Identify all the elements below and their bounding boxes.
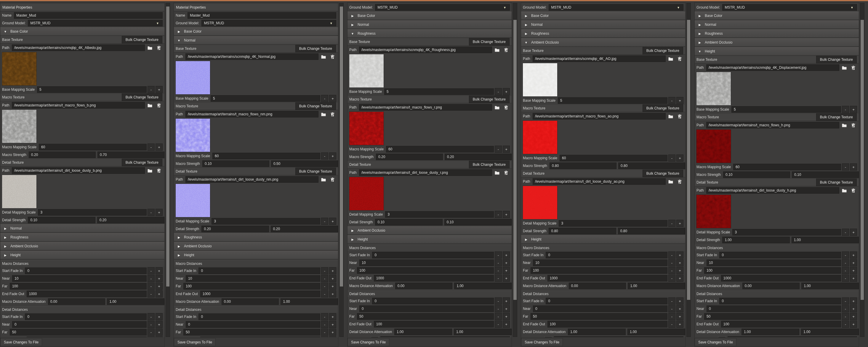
section-header-normal[interactable]: ▶Normal [695, 21, 859, 29]
value-input[interactable]: 10 [533, 260, 668, 266]
decrement-button[interactable]: - [842, 267, 849, 274]
vertical-scrollbar[interactable] [860, 3, 864, 337]
vertical-scrollbar[interactable] [686, 3, 691, 337]
value-input-min[interactable]: 0.80 [550, 163, 617, 169]
path-input[interactable]: /levels/mastermap/art/terrains/scnmqbp_4… [706, 64, 839, 71]
section-header-ambient-occlusio[interactable]: ▶Ambient Occlusio [174, 242, 338, 250]
increment-button[interactable]: + [850, 229, 857, 236]
value-input[interactable]: 5 [558, 97, 668, 104]
section-header-base-color[interactable]: ▶Base Color [347, 11, 512, 20]
increment-button[interactable]: + [676, 313, 683, 320]
name-input[interactable]: Master_Mud [188, 12, 336, 19]
path-input[interactable]: /levels/mastermap/art/terrains/scnmqbp_4… [533, 55, 666, 62]
section-header-base-color[interactable]: ▶Base Color [174, 27, 338, 36]
bulk-change-texture-button[interactable]: Bulk Change Texture [296, 102, 336, 110]
increment-button[interactable]: + [156, 275, 163, 282]
increment-button[interactable]: + [503, 267, 510, 274]
value-input-max[interactable]: 0.80 [618, 228, 685, 234]
increment-button[interactable]: + [676, 97, 683, 104]
decrement-button[interactable]: - [495, 211, 502, 218]
value-input[interactable]: 0 [719, 298, 841, 304]
decrement-button[interactable]: - [321, 267, 328, 274]
value-input[interactable]: 60 [39, 144, 147, 150]
path-input[interactable]: /levels/mastermap/art/terrains/t_macro_f… [12, 102, 145, 109]
path-input[interactable]: /levels/mastermap/art/terrains/t_dirt_lo… [359, 169, 492, 176]
value-input-min[interactable]: 0.20 [376, 154, 443, 160]
value-input[interactable]: 1000 [27, 291, 147, 297]
browse-button[interactable] [840, 122, 848, 128]
increment-button[interactable]: + [156, 144, 163, 151]
value-input[interactable]: 10 [186, 275, 320, 282]
bulk-change-texture-button[interactable]: Bulk Change Texture [643, 105, 683, 112]
decrement-button[interactable]: - [495, 313, 502, 320]
value-input[interactable]: 3 [385, 211, 494, 218]
value-input[interactable]: 0 [25, 314, 147, 320]
bulk-change-texture-button[interactable]: Bulk Change Texture [122, 159, 162, 166]
path-input[interactable]: /levels/mastermap/art/terrains/t_dirt_lo… [533, 178, 666, 185]
value-input[interactable]: 5 [384, 88, 494, 95]
vertical-scrollbar[interactable] [165, 3, 170, 337]
increment-button[interactable]: + [503, 252, 510, 259]
decrement-button[interactable]: - [842, 164, 849, 171]
increment-button[interactable]: + [850, 252, 857, 259]
increment-button[interactable]: + [329, 152, 336, 160]
decrement-button[interactable]: - [148, 290, 155, 297]
decrement-button[interactable]: - [148, 209, 155, 216]
decrement-button[interactable]: - [842, 297, 849, 305]
decrement-button[interactable]: - [842, 252, 849, 259]
increment-button[interactable]: + [329, 313, 336, 320]
clear-texture-button[interactable] [849, 64, 857, 71]
path-input[interactable]: /levels/mastermap/art/terrains/t_macro_f… [533, 113, 666, 119]
section-header-height[interactable]: ▶Height [174, 251, 338, 259]
bulk-change-texture-button[interactable]: Bulk Change Texture [643, 170, 683, 177]
bulk-change-texture-button[interactable]: Bulk Change Texture [643, 47, 683, 55]
value-input[interactable]: 100 [721, 321, 841, 327]
scrollbar-thumb[interactable] [687, 20, 690, 300]
value-input-max[interactable]: 0.10 [444, 219, 512, 225]
value-input[interactable]: 10 [707, 260, 841, 266]
decrement-button[interactable]: - [495, 274, 502, 282]
value-input[interactable]: 0 [546, 298, 668, 304]
value-input[interactable]: 0 [198, 267, 320, 274]
increment-button[interactable]: + [156, 267, 163, 274]
increment-button[interactable]: + [329, 267, 336, 274]
increment-button[interactable]: + [850, 321, 857, 328]
value-input[interactable]: 50 [704, 313, 841, 320]
section-header-roughness[interactable]: ▶Roughness [0, 233, 164, 241]
increment-button[interactable]: + [850, 106, 857, 113]
clear-texture-button[interactable] [155, 102, 163, 109]
value-input-max[interactable]: 0.20 [97, 217, 164, 223]
value-input-max[interactable]: 0.20 [271, 226, 338, 232]
section-header-roughness[interactable]: ▶Roughness [695, 29, 859, 38]
name-input[interactable]: Master_Mud [14, 12, 163, 19]
value-input[interactable]: 1000 [721, 275, 841, 282]
increment-button[interactable]: + [503, 305, 510, 312]
value-input[interactable]: 0 [719, 252, 841, 258]
decrement-button[interactable]: - [148, 275, 155, 282]
decrement-button[interactable]: - [842, 313, 849, 320]
decrement-button[interactable]: - [321, 321, 328, 328]
increment-button[interactable]: + [156, 328, 163, 336]
bulk-change-texture-button[interactable]: Bulk Change Texture [816, 113, 857, 121]
increment-button[interactable]: + [850, 313, 857, 320]
decrement-button[interactable]: - [148, 283, 155, 290]
value-input[interactable]: 1000 [374, 275, 494, 282]
decrement-button[interactable]: - [148, 144, 155, 151]
value-input-min[interactable]: 1.00 [394, 328, 452, 335]
decrement-button[interactable]: - [668, 154, 676, 162]
value-input-min[interactable]: 1.00 [568, 328, 626, 335]
path-input[interactable]: /levels/mastermap/art/terrains/t_dirt_lo… [185, 176, 318, 183]
value-input[interactable]: 0 [707, 306, 841, 312]
increment-button[interactable]: + [503, 321, 510, 328]
browse-button[interactable] [146, 45, 154, 51]
value-input-min[interactable]: 0.00 [48, 298, 105, 305]
value-input-min[interactable]: 0.10 [723, 171, 790, 178]
path-input[interactable]: /levels/mastermap/art/terrains/t_macro_f… [706, 122, 839, 128]
value-input-max[interactable]: 1.00 [792, 237, 859, 243]
increment-button[interactable]: + [503, 259, 510, 266]
increment-button[interactable]: + [850, 259, 857, 266]
save-changes-button[interactable]: Save Changes To File [174, 338, 216, 346]
increment-button[interactable]: + [676, 267, 683, 274]
vertical-scrollbar[interactable] [513, 3, 517, 337]
increment-button[interactable]: + [329, 290, 336, 297]
